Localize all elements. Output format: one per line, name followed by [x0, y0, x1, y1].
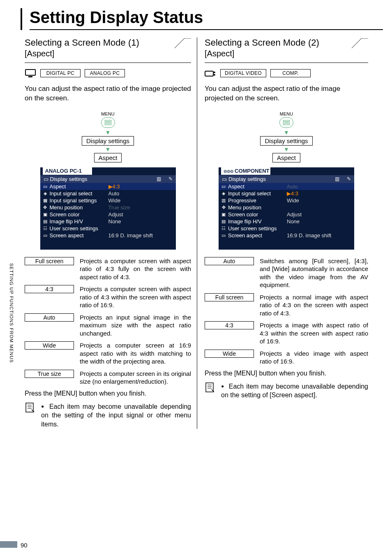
option-tag: 4:3 — [25, 285, 74, 293]
arrow-down-icon: ▼ — [284, 130, 289, 135]
osd-rows: ▭AspectAuto◈Input signal select▶4:3▥Prog… — [219, 183, 354, 239]
note-block: Each item may become unavailable dependi… — [205, 382, 368, 400]
osd-key: ▦Input signal settings — [43, 197, 108, 204]
osd-row-icon: ▤ — [43, 219, 48, 224]
osd-key: ▭Aspect — [43, 183, 108, 190]
osd-row-icon: ✥ — [43, 205, 48, 210]
osd-value: Wide — [287, 197, 299, 204]
note-icon — [205, 382, 215, 393]
osd-key: ▭Screen aspect — [43, 232, 108, 239]
osd-title: ANALOG PC-1 — [43, 167, 92, 175]
corner-line-icon — [352, 38, 368, 48]
osd-row: ◈Input signal select▶4:3 — [219, 190, 354, 197]
menu-label: MENU — [280, 111, 293, 116]
osd-key: ◈Input signal select — [221, 190, 287, 197]
option-row: AutoSwitches among [Full screen], [4:3],… — [205, 257, 368, 289]
svg-rect-9 — [206, 383, 213, 392]
flow-step: Aspect — [94, 153, 122, 162]
mode-badge: DIGITAL VIDEO — [220, 69, 266, 77]
option-desc: Projects a computer screen with aspect r… — [80, 285, 191, 309]
column-right: Selecting a Screen Mode (2) [Aspect] DIG… — [197, 37, 374, 429]
svg-rect-1 — [28, 76, 32, 77]
osd-value: True size — [108, 204, 130, 211]
osd-row: ✥Menu positionTrue size — [40, 204, 176, 211]
intro-text: You can adjust the aspect ratio of the i… — [205, 84, 368, 103]
arrow-down-icon: ▼ — [105, 130, 111, 135]
osd-row: ✥Menu position — [219, 204, 354, 211]
mode-badge: DIGITAL PC — [40, 69, 81, 77]
input-mode-row: DIGITAL VIDEO COMP. — [205, 69, 368, 78]
osd-panel: ANALOG PC-1 ▭Display settings ▥✎ ▭Aspect… — [40, 167, 176, 250]
osd-row: ▭Aspect▶4:3 — [40, 183, 176, 190]
osd-key: ☷User screen settings — [221, 225, 287, 232]
svg-point-8 — [214, 74, 215, 76]
menu-flow: MENU ▼ Display settings ▼ Aspect — [25, 111, 191, 162]
osd-value: Adjust — [287, 211, 302, 218]
osd-row-icon: ◈ — [221, 191, 226, 196]
osd-row: ☷User screen settings — [40, 225, 176, 232]
osd-key: ✥Menu position — [43, 204, 108, 211]
osd-row: ▤Image flip H/VNone — [219, 218, 354, 225]
osd-value: Wide — [108, 197, 121, 204]
menu-flow: MENU ▼ Display settings ▼ Aspect — [205, 111, 368, 162]
osd-row: ◈Input signal selectAuto — [40, 190, 176, 197]
intro-text: You can adjust the aspect ratio of the i… — [25, 84, 191, 103]
osd-key: ▤Image flip H/V — [43, 218, 108, 225]
osd-row: ▭Screen aspect16:9 D. image shift — [219, 232, 354, 239]
osd-rows: ▭Aspect▶4:3◈Input signal selectAuto▦Inpu… — [40, 183, 176, 239]
flow-step: Display settings — [260, 136, 312, 146]
option-list: AutoSwitches among [Full screen], [4:3],… — [205, 257, 368, 366]
osd-value: None — [287, 218, 300, 225]
svg-rect-0 — [25, 70, 35, 75]
option-desc: Projects an input signal image in the ma… — [80, 313, 191, 338]
osd-subtitle-row: ▭Display settings ▥✎ — [40, 175, 176, 183]
arrow-down-icon: ▼ — [284, 146, 289, 152]
osd-row: ▥ProgressiveWide — [219, 197, 354, 204]
osd-row: ☷User screen settings — [219, 225, 354, 232]
option-desc: Projects a computer screen in its origin… — [80, 370, 191, 386]
osd-key: ▤Image flip H/V — [221, 218, 287, 225]
svg-rect-6 — [205, 71, 213, 76]
footer-text: Press the [MENU] button when you finish. — [25, 390, 191, 397]
osd-row-icon: ▭ — [43, 184, 48, 189]
osd-panel: ⊙⊙⊙COMPONENT ▭Display settings ▥✎ ▭Aspec… — [219, 167, 354, 250]
option-row: 4:3Projects a image with aspect ratio of… — [205, 321, 368, 345]
osd-row-icon: ▦ — [43, 198, 48, 203]
option-tag: Wide — [205, 350, 254, 358]
option-row: WideProjects a computer screen at 16:9 a… — [25, 341, 191, 366]
option-row: Full screenProjects a computer screen wi… — [25, 257, 191, 281]
section-heading: Selecting a Screen Mode (1) — [25, 37, 175, 48]
corner-line-icon — [175, 38, 191, 48]
osd-value: None — [108, 218, 121, 225]
page-number: 90 — [21, 542, 28, 549]
osd-row-icon: ▤ — [221, 219, 226, 224]
option-tag: Auto — [25, 313, 74, 322]
osd-row-icon: ▣ — [43, 212, 48, 217]
osd-row-icon: ▣ — [221, 212, 226, 217]
option-tag: True size — [25, 370, 74, 378]
svg-rect-2 — [26, 403, 33, 412]
osd-value: 16:9 D. image shift — [108, 232, 153, 239]
tab-icon: ✎ — [347, 176, 351, 182]
svg-point-7 — [214, 72, 215, 73]
section-label: [Aspect] — [25, 49, 191, 58]
section-label: [Aspect] — [205, 49, 368, 58]
option-tag: 4:3 — [205, 321, 254, 329]
section-heading: Selecting a Screen Mode (2) — [205, 37, 352, 48]
column-left: Selecting a Screen Mode (1) [Aspect] DIG… — [21, 37, 197, 429]
osd-key: ✥Menu position — [221, 204, 287, 211]
tab-icon: ▥ — [157, 176, 161, 182]
osd-row: ▤Image flip H/VNone — [40, 218, 176, 225]
note-text: Each item may become unavailable dependi… — [221, 382, 368, 400]
osd-row-icon: ☷ — [221, 226, 226, 231]
osd-key: ☷User screen settings — [43, 225, 108, 232]
osd-row: ▭Screen aspect16:9 D. image shift — [40, 232, 176, 239]
note-icon — [25, 402, 35, 413]
osd-row-icon: ▭ — [221, 233, 226, 238]
footer-text: Press the [MENU] button when you finish. — [205, 370, 368, 377]
osd-row: ▣Screen colorAdjust — [40, 211, 176, 218]
osd-key: ▣Screen color — [43, 211, 108, 218]
osd-subtitle: ▭Display settings — [44, 176, 88, 182]
option-row: True sizeProjects a computer screen in i… — [25, 370, 191, 386]
osd-key: ▭Screen aspect — [221, 232, 287, 239]
